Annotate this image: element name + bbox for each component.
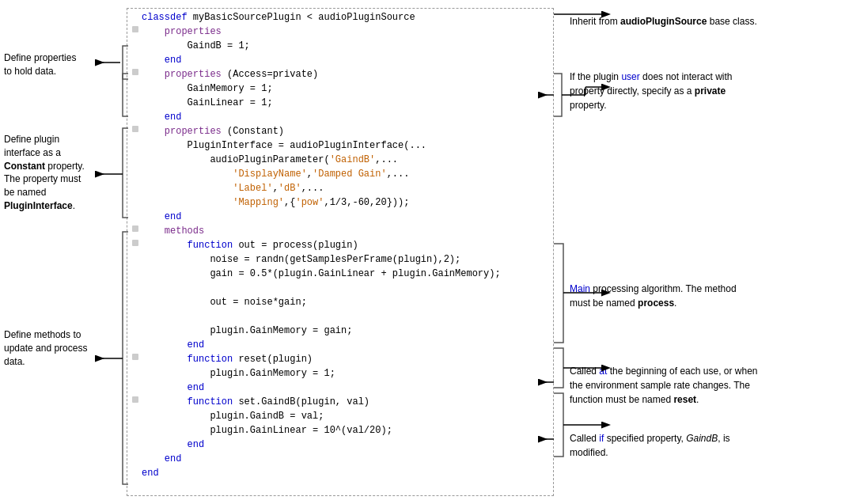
- code-line-7: GainLinear = 1;: [127, 97, 553, 112]
- code-line-31: end: [127, 439, 553, 453]
- code-line-21: out = noise*gain;: [127, 297, 553, 311]
- code-text: plugin.GainLinear = 10^(val/20);: [142, 425, 551, 436]
- code-line-25: function reset(plugin): [127, 354, 553, 368]
- code-text: plugin.GaindB = val;: [142, 411, 551, 422]
- code-line-28: function set.GaindB(plugin, val): [127, 396, 553, 411]
- code-text: function reset(plugin): [142, 354, 551, 365]
- code-line-16: methods: [127, 225, 553, 240]
- code-line-12: 'DisplayName','Damped Gain',...: [127, 169, 553, 183]
- code-line-empty2: [127, 311, 553, 325]
- code-text: 'Label','dB',...: [142, 183, 551, 194]
- code-text: GaindB = 1;: [142, 40, 551, 51]
- code-text: end: [142, 468, 551, 479]
- code-text: [142, 282, 551, 294]
- code-text: [142, 311, 551, 322]
- page-container: Define propertiesto hold data. Define pl…: [0, 0, 845, 504]
- code-text: properties: [142, 26, 551, 37]
- right-annotations: Inherit from audioPluginSource base clas…: [554, 8, 845, 496]
- code-line-2: properties: [127, 26, 553, 40]
- dot-indicator: [132, 240, 138, 246]
- code-text: end: [142, 439, 551, 450]
- code-text: end: [142, 112, 551, 123]
- code-line-5: properties (Access=private): [127, 69, 553, 83]
- code-line-14: 'Mapping',{'pow',1/3,-60,20}));: [127, 197, 553, 211]
- code-text: noise = randn(getSamplesPerFrame(plugin)…: [142, 254, 551, 265]
- line-indicator: [129, 26, 142, 32]
- dot-indicator: [132, 26, 138, 32]
- dot-indicator: [132, 396, 138, 403]
- line-indicator: [129, 126, 142, 132]
- code-text: gain = 0.5*(plugin.GainLinear + plugin.G…: [142, 268, 551, 279]
- line-indicator: [129, 225, 142, 232]
- ann-plugin-interface: Define plugininterface as aConstant prop…: [4, 133, 85, 213]
- code-text: out = noise*gain;: [142, 297, 551, 308]
- line-indicator: [129, 69, 142, 75]
- code-text: plugin.GainMemory = 1;: [142, 368, 551, 379]
- code-line-9: properties (Constant): [127, 126, 553, 140]
- code-text: classdef myBasicSourcePlugin < audioPlug…: [142, 12, 551, 23]
- code-text: plugin.GainMemory = gain;: [142, 325, 551, 336]
- left-annotations: Define propertiesto hold data. Define pl…: [0, 8, 127, 496]
- code-text: 'DisplayName','Damped Gain',...: [142, 169, 551, 180]
- code-text: end: [142, 211, 551, 222]
- line-indicator: [129, 396, 142, 403]
- ann-properties: Define propertiesto hold data.: [4, 51, 76, 78]
- ann-inherit-text: Inherit from audioPluginSource base clas…: [570, 14, 791, 28]
- code-text: end: [142, 339, 551, 351]
- code-panel: classdef myBasicSourcePlugin < audioPlug…: [127, 8, 554, 496]
- code-line-23: plugin.GainMemory = gain;: [127, 325, 553, 339]
- code-line-11: audioPluginParameter('GaindB',...: [127, 154, 553, 169]
- dot-indicator: [132, 126, 138, 132]
- dot-indicator: [132, 225, 138, 232]
- code-line-24: end: [127, 339, 553, 354]
- code-text: 'Mapping',{'pow',1/3,-60,20}));: [142, 197, 551, 208]
- ann-process-text: Main processing algorithm. The method mu…: [570, 282, 791, 310]
- code-text: GainMemory = 1;: [142, 83, 551, 94]
- code-text: end: [142, 55, 551, 66]
- line-indicator: [129, 354, 142, 360]
- ann-methods: Define methods toupdate and processdata.: [4, 328, 87, 368]
- code-line-18: noise = randn(getSamplesPerFrame(plugin)…: [127, 254, 553, 268]
- line-indicator: [129, 240, 142, 246]
- code-text: properties (Access=private): [142, 69, 551, 80]
- code-text: function set.GaindB(plugin, val): [142, 396, 551, 407]
- code-line-6: GainMemory = 1;: [127, 83, 553, 97]
- code-line-3: GaindB = 1;: [127, 40, 553, 55]
- code-line-4: end: [127, 55, 553, 69]
- code-line-29: plugin.GaindB = val;: [127, 411, 553, 425]
- code-line-8: end: [127, 112, 553, 126]
- code-line-30: plugin.GainLinear = 10^(val/20);: [127, 425, 553, 439]
- code-text: PluginInterface = audioPluginInterface(.…: [142, 140, 551, 151]
- code-text: audioPluginParameter('GaindB',...: [142, 154, 551, 165]
- code-text: function out = process(plugin): [142, 240, 551, 251]
- code-text: GainLinear = 1;: [142, 97, 551, 108]
- code-line-33: end: [127, 468, 553, 482]
- dot-indicator: [132, 69, 138, 75]
- ann-private-text: If the plugin user does not interact wit…: [570, 70, 791, 112]
- code-text: end: [142, 453, 551, 464]
- code-line-19: gain = 0.5*(plugin.GainLinear + plugin.G…: [127, 268, 553, 282]
- code-line-27: end: [127, 382, 553, 396]
- code-text: methods: [142, 225, 551, 237]
- code-line-10: PluginInterface = audioPluginInterface(.…: [127, 140, 553, 154]
- code-line-empty1: [127, 282, 553, 297]
- code-line-17: function out = process(plugin): [127, 240, 553, 254]
- code-line-15: end: [127, 211, 553, 225]
- dot-indicator: [132, 354, 138, 360]
- code-line-32: end: [127, 453, 553, 468]
- code-text: properties (Constant): [142, 126, 551, 137]
- code-line-13: 'Label','dB',...: [127, 183, 553, 197]
- code-text: end: [142, 382, 551, 393]
- ann-reset-text: Called at the beginning of each use, or …: [570, 364, 791, 407]
- code-line-26: plugin.GainMemory = 1;: [127, 368, 553, 382]
- code-line-1: classdef myBasicSourcePlugin < audioPlug…: [127, 12, 553, 26]
- ann-set-text: Called if specified property, GaindB, is…: [570, 431, 791, 460]
